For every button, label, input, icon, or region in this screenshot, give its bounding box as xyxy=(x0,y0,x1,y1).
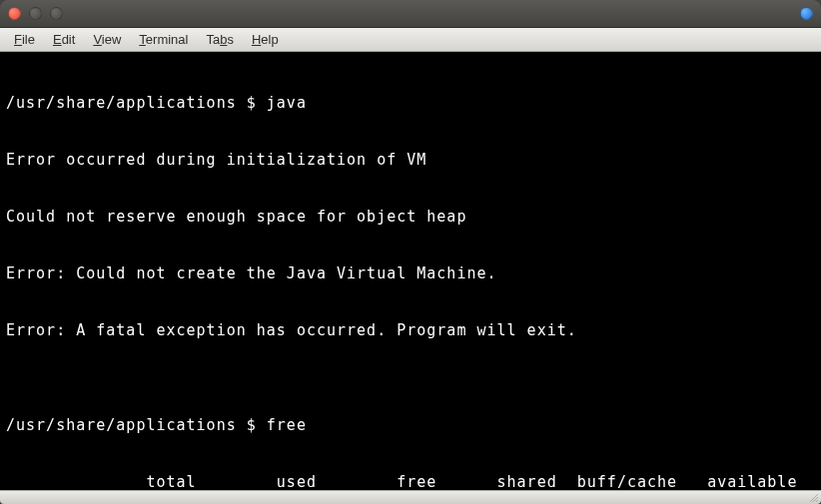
maximize-button[interactable] xyxy=(50,7,63,20)
menu-help-rest: elp xyxy=(261,32,278,47)
terminal-line: Could not reserve enough space for objec… xyxy=(6,208,815,227)
menu-terminal[interactable]: Terminal xyxy=(131,30,196,49)
titlebar[interactable] xyxy=(0,0,821,28)
window-controls xyxy=(8,7,63,20)
menubar: File Edit View Terminal Tabs Help xyxy=(0,28,821,52)
terminal-line: Error occurred during initialization of … xyxy=(6,151,815,170)
svg-line-2 xyxy=(816,500,818,502)
terminal-line: /usr/share/applications $ java xyxy=(6,94,815,113)
terminal-window: File Edit View Terminal Tabs Help /usr/s… xyxy=(0,0,821,504)
menu-terminal-rest: erminal xyxy=(146,32,189,47)
menu-view[interactable]: View xyxy=(85,30,129,49)
menu-file[interactable]: File xyxy=(6,30,43,49)
statusbar xyxy=(0,490,821,504)
terminal-line: /usr/share/applications $ free xyxy=(6,416,815,435)
minimize-button[interactable] xyxy=(29,7,42,20)
menu-help[interactable]: Help xyxy=(244,30,287,49)
menu-file-rest: ile xyxy=(22,32,35,47)
terminal-line: Error: A fatal exception has occurred. P… xyxy=(6,321,815,340)
menu-tabs-rest: s xyxy=(227,32,234,47)
titlebar-help-icon[interactable] xyxy=(800,7,813,20)
resize-grip-icon[interactable] xyxy=(807,491,819,503)
terminal-line: Error: Could not create the Java Virtual… xyxy=(6,264,815,283)
menu-view-rest: iew xyxy=(102,32,122,47)
close-button[interactable] xyxy=(8,7,21,20)
terminal-line: total used free shared buff/cache availa… xyxy=(6,473,815,490)
menu-tabs[interactable]: Tabs xyxy=(198,30,241,49)
menu-edit[interactable]: Edit xyxy=(45,30,83,49)
menu-edit-rest: dit xyxy=(62,32,76,47)
terminal-viewport[interactable]: /usr/share/applications $ java Error occ… xyxy=(0,52,821,490)
